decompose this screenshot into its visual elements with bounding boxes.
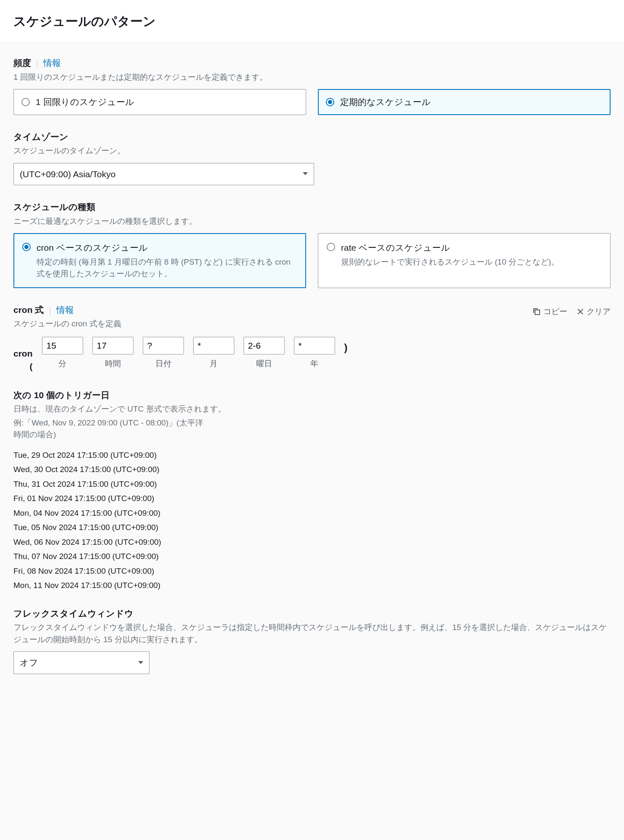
trigger-list: Tue, 29 Oct 2024 17:15:00 (UTC+09:00) We…: [13, 449, 611, 592]
divider: |: [49, 303, 51, 317]
flex-window-helper: フレックスタイムウィンドウを選択した場合、スケジューラは指定した時間枠内でスケジ…: [13, 622, 611, 646]
copy-button[interactable]: コピー: [532, 306, 567, 318]
clear-label: クリア: [587, 306, 611, 318]
radio-icon: [21, 98, 30, 106]
content: 頻度 | 情報 1 回限りのスケジュールまたは定期的なスケジュールを定義できます…: [0, 43, 624, 703]
cron-month-input[interactable]: [193, 337, 234, 354]
trigger-item: Mon, 11 Nov 2024 17:15:00 (UTC+09:00): [13, 580, 611, 592]
timezone-select[interactable]: (UTC+09:00) Asia/Tokyo: [13, 163, 314, 186]
trigger-item: Wed, 06 Nov 2024 17:15:00 (UTC+09:00): [13, 536, 611, 549]
flex-window-select[interactable]: オフ: [13, 651, 149, 674]
frequency-recurring-label: 定期的なスケジュール: [340, 95, 431, 109]
copy-label: コピー: [543, 306, 567, 318]
frequency-section: 頻度 | 情報 1 回限りのスケジュールまたは定期的なスケジュールを定義できます…: [13, 56, 611, 115]
schedule-type-cron-option[interactable]: cron ベースのスケジュール 特定の時刻 (毎月第 1 月曜日の午前 8 時 …: [13, 233, 306, 288]
cron-option-title: cron ベースのスケジュール: [37, 241, 297, 255]
flex-window-section: フレックスタイムウィンドウ フレックスタイムウィンドウを選択した場合、スケジュー…: [13, 607, 611, 674]
triggers-helper1: 日時は、現在のタイムゾーンで UTC 形式で表示されます。: [13, 403, 611, 415]
triggers-label: 次の 10 個のトリガー日: [13, 388, 611, 402]
close-icon: [577, 308, 584, 315]
triggers-section: 次の 10 個のトリガー日 日時は、現在のタイムゾーンで UTC 形式で表示され…: [13, 388, 611, 592]
cron-hour-unit: 時間: [105, 358, 121, 370]
frequency-recurring-option[interactable]: 定期的なスケジュール: [318, 89, 611, 115]
schedule-type-section: スケジュールの種類 ニーズに最適なスケジュールの種類を選択します。 cron ベ…: [13, 200, 611, 288]
frequency-label: 頻度: [13, 56, 31, 70]
cron-suffix: ): [344, 337, 348, 355]
trigger-item: Fri, 01 Nov 2024 17:15:00 (UTC+09:00): [13, 493, 611, 505]
flex-window-label: フレックスタイムウィンドウ: [13, 607, 611, 620]
frequency-info-link[interactable]: 情報: [43, 56, 61, 70]
cron-day-of-week-input[interactable]: [244, 337, 285, 354]
trigger-item: Tue, 29 Oct 2024 17:15:00 (UTC+09:00): [13, 449, 611, 462]
clear-button[interactable]: クリア: [577, 306, 611, 318]
page-title: スケジュールのパターン: [13, 12, 611, 31]
timezone-helper: スケジュールのタイムゾーン。: [13, 145, 611, 157]
timezone-section: タイムゾーン スケジュールのタイムゾーン。 (UTC+09:00) Asia/T…: [13, 130, 611, 186]
cron-section: cron 式 | 情報 スケジュールの cron 式を定義 コピー: [13, 303, 611, 373]
radio-icon: [326, 98, 334, 106]
trigger-item: Mon, 04 Nov 2024 17:15:00 (UTC+09:00): [13, 507, 611, 520]
rate-option-desc: 規則的なレートで実行されるスケジュール (10 分ごとなど)。: [341, 256, 559, 268]
frequency-one-time-label: 1 回限りのスケジュール: [36, 95, 134, 109]
svg-rect-0: [535, 310, 540, 315]
timezone-label: タイムゾーン: [13, 130, 611, 144]
cron-label: cron 式: [13, 303, 44, 317]
cron-year-input[interactable]: [294, 337, 335, 354]
schedule-type-rate-option[interactable]: rate ベースのスケジュール 規則的なレートで実行されるスケジュール (10 …: [318, 233, 611, 288]
cron-year-unit: 年: [310, 358, 318, 370]
cron-day-of-month-unit: 日付: [155, 358, 171, 370]
cron-prefix: cron (: [13, 337, 33, 373]
cron-day-of-month-input[interactable]: [143, 337, 184, 354]
timezone-value: (UTC+09:00) Asia/Tokyo: [20, 168, 115, 181]
copy-icon: [532, 307, 541, 316]
schedule-type-label: スケジュールの種類: [13, 200, 611, 214]
cron-hour-input[interactable]: [92, 337, 134, 354]
cron-minute-input[interactable]: [42, 337, 83, 354]
trigger-item: Thu, 07 Nov 2024 17:15:00 (UTC+09:00): [13, 551, 611, 563]
rate-option-title: rate ベースのスケジュール: [341, 241, 559, 255]
frequency-helper: 1 回限りのスケジュールまたは定期的なスケジュールを定義できます。: [13, 71, 611, 84]
schedule-type-helper: ニーズに最適なスケジュールの種類を選択します。: [13, 215, 611, 228]
radio-icon: [327, 243, 335, 251]
page-header: スケジュールのパターン: [0, 0, 624, 43]
cron-minute-unit: 分: [58, 358, 66, 370]
triggers-helper2: 例:「Wed, Nov 9, 2022 09:00 (UTC - 08:00)」…: [13, 417, 207, 441]
divider: |: [36, 56, 38, 70]
trigger-item: Wed, 30 Oct 2024 17:15:00 (UTC+09:00): [13, 464, 611, 476]
flex-window-value: オフ: [20, 656, 38, 669]
trigger-item: Thu, 31 Oct 2024 17:15:00 (UTC+09:00): [13, 478, 611, 491]
cron-helper: スケジュールの cron 式を定義: [13, 318, 121, 330]
radio-icon: [22, 243, 31, 251]
frequency-one-time-option[interactable]: 1 回限りのスケジュール: [13, 89, 306, 115]
cron-month-unit: 月: [210, 358, 218, 370]
trigger-item: Fri, 08 Nov 2024 17:15:00 (UTC+09:00): [13, 565, 611, 578]
cron-info-link[interactable]: 情報: [56, 303, 74, 317]
cron-option-desc: 特定の時刻 (毎月第 1 月曜日の午前 8 時 (PST) など) に実行される…: [37, 256, 297, 280]
trigger-item: Tue, 05 Nov 2024 17:15:00 (UTC+09:00): [13, 522, 611, 534]
cron-day-of-week-unit: 曜日: [256, 358, 272, 370]
